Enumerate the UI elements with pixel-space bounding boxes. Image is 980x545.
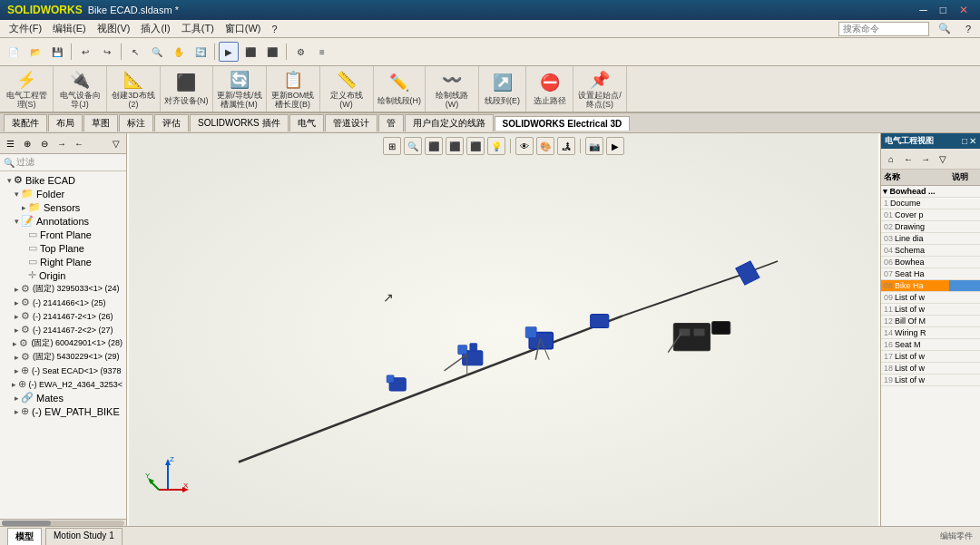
toolbar-options[interactable]: ⚙: [290, 42, 310, 62]
rp-forward[interactable]: →: [917, 151, 934, 167]
tool-electrical-mgmt[interactable]: ⚡ 电气工程管理(S): [0, 66, 54, 112]
rp-back[interactable]: ←: [900, 151, 916, 167]
maximize-button[interactable]: □: [936, 4, 951, 16]
tool-draw-segment[interactable]: ✏️ 绘制线段(H): [374, 66, 426, 112]
tab-sw-plugins[interactable]: SOLIDWORKS 插件: [190, 114, 289, 131]
tree-item-bike-ecad[interactable]: ▾ ⚙ Bike ECAD: [0, 173, 126, 187]
vp-appearance[interactable]: 🎨: [536, 137, 554, 155]
tab-pipe[interactable]: 管: [378, 114, 404, 131]
tree-item-seat[interactable]: ▸ ⊕ (-) Seat ECAD<1> (9378: [0, 364, 126, 377]
toolbar-new[interactable]: 📄: [4, 42, 24, 62]
tab-motion-study[interactable]: Motion Study 1: [45, 528, 122, 545]
tree-item-fixed1[interactable]: ▸ ⚙ (固定) 3295033<1> (24): [0, 282, 126, 296]
rp-row-13[interactable]: 16Seat M: [881, 339, 980, 351]
toolbar-view3[interactable]: ⬛: [262, 42, 282, 62]
menu-insert[interactable]: 插入(I): [135, 22, 175, 35]
tree-item-minus2[interactable]: ▸ ⚙ (-) 2141467-2<1> (26): [0, 309, 126, 323]
rp-row-4[interactable]: 03Line dia: [881, 233, 980, 245]
vp-view3d[interactable]: ⬛: [425, 137, 443, 155]
tree-item-front-plane[interactable]: ▸ ▭ Front Plane: [0, 228, 126, 241]
rp-row-3[interactable]: 02Drawing: [881, 221, 980, 233]
tab-evaluate[interactable]: 评估: [154, 114, 189, 131]
toolbar-redo[interactable]: ↪: [97, 42, 117, 62]
right-panel-expand[interactable]: □: [962, 136, 967, 146]
right-panel-close[interactable]: ✕: [969, 136, 976, 146]
tree-item-fixed3[interactable]: ▸ ⚙ (固定) 5430229<1> (29): [0, 350, 126, 364]
panel-forward-btn[interactable]: →: [54, 135, 70, 151]
panel-collapse-btn[interactable]: ⊖: [36, 135, 53, 151]
panel-zoom-btn[interactable]: ⊕: [19, 135, 35, 151]
vp-zoom-fit[interactable]: ⊞: [383, 137, 401, 155]
tab-assembly[interactable]: 装配件: [4, 114, 47, 131]
toolbar-view2[interactable]: ⬛: [240, 42, 260, 62]
tool-draw-route[interactable]: 〰️ 绘制线路(W): [426, 66, 479, 112]
menu-view[interactable]: 视图(V): [92, 22, 136, 35]
tree-item-minus3[interactable]: ▸ ⚙ (-) 2141467-2<2> (27): [0, 323, 126, 336]
rp-home[interactable]: ⌂: [883, 151, 899, 167]
vp-lights[interactable]: 💡: [487, 137, 505, 155]
tab-layout[interactable]: 布局: [48, 114, 83, 131]
tab-model[interactable]: 模型: [7, 528, 42, 545]
rp-row-11[interactable]: 12Bill Of M: [881, 316, 980, 327]
tab-electrical[interactable]: 电气: [289, 114, 324, 131]
vp-scene[interactable]: 🏞: [557, 137, 575, 155]
tool-stop-route[interactable]: ⛔ 选止路径: [526, 66, 573, 112]
help-icon[interactable]: ?: [960, 24, 976, 34]
viewport[interactable]: ⊞ 🔍 ⬛ ⬛ ⬛ 💡 👁 🎨 🏞 📷 ▶: [127, 133, 880, 526]
tab-custom-route[interactable]: 用户自定义的线路: [405, 114, 494, 131]
rp-row-8[interactable]: 08Bike Ha: [881, 280, 980, 292]
rp-row-12[interactable]: 14Wiring R: [881, 327, 980, 339]
tool-device-wizard[interactable]: 🔌 电气设备向导(J): [54, 66, 107, 112]
panel-filter2-btn[interactable]: ▽: [108, 135, 124, 151]
tool-set-points[interactable]: 📌 设置起始点/终点(S): [573, 66, 627, 112]
toolbar-view1[interactable]: ▶: [219, 42, 239, 62]
tree-item-ew-path[interactable]: ▸ ⊕ (-) EW_PATH_BIKE: [0, 404, 126, 418]
tree-item-folder[interactable]: ▾ 📁 Folder: [0, 187, 126, 200]
tool-define-route[interactable]: 📏 定义布线(W): [320, 66, 374, 112]
vp-camera[interactable]: 📷: [585, 137, 603, 155]
tool-update-wire[interactable]: 🔄 更新/导线/线槽属性(M): [213, 66, 267, 112]
tree-item-sensors[interactable]: ▸ 📁 Sensors: [0, 200, 126, 214]
rp-row-7[interactable]: 07Seat Ha: [881, 268, 980, 280]
menu-tools[interactable]: 工具(T): [176, 22, 220, 35]
tree-item-annotations[interactable]: ▾ 📝 Annotations: [0, 214, 126, 228]
tool-align[interactable]: ⬛ 对齐设备(N): [161, 66, 213, 112]
toolbar-rotate[interactable]: 🔄: [191, 42, 211, 62]
toolbar-save[interactable]: 💾: [47, 42, 67, 62]
tab-sketch[interactable]: 草图: [83, 114, 118, 131]
search-input[interactable]: [838, 22, 929, 36]
panel-back-btn[interactable]: ←: [71, 135, 87, 151]
vp-display[interactable]: ⬛: [466, 137, 485, 155]
rp-row-16[interactable]: 19List of w: [881, 375, 980, 386]
minimize-button[interactable]: ─: [915, 4, 932, 16]
menu-file[interactable]: 文件(F): [4, 22, 47, 35]
toolbar-open[interactable]: 📂: [25, 42, 45, 62]
rp-row-10[interactable]: 11List of w: [881, 304, 980, 316]
search-icon[interactable]: 🔍: [933, 23, 956, 34]
tab-markup[interactable]: 标注: [119, 114, 153, 131]
tool-segment-to[interactable]: ↗️ 线段到(E): [479, 66, 526, 112]
menu-window[interactable]: 窗口(W): [220, 22, 267, 35]
tab-piping[interactable]: 管道设计: [325, 114, 377, 131]
tree-item-right-plane[interactable]: ▸ ▭ Right Plane: [0, 255, 126, 268]
tree-item-origin[interactable]: ▸ ✛ Origin: [0, 268, 126, 282]
tab-sw-electrical-3d[interactable]: SOLIDWORKS Electrical 3D: [495, 116, 631, 131]
tree-item-mates[interactable]: ▸ 🔗 Mates: [0, 391, 126, 404]
toolbar-undo[interactable]: ↩: [75, 42, 95, 62]
close-button[interactable]: ✕: [955, 4, 973, 16]
vp-zoom-in[interactable]: 🔍: [404, 137, 422, 155]
toolbar-pan[interactable]: ✋: [169, 42, 189, 62]
rp-row-folder-0[interactable]: ▾ Bowhead ...: [881, 186, 980, 198]
rp-row-1[interactable]: 1Docume: [881, 198, 980, 209]
tree-item-fixed2[interactable]: ▸ ⚙ (固定) 60042901<1> (28): [0, 336, 126, 350]
rp-row-15[interactable]: 18List of w: [881, 363, 980, 375]
menu-help[interactable]: ?: [267, 24, 283, 34]
tree-item-minus1[interactable]: ▸ ⚙ (-) 2141466<1> (25): [0, 296, 126, 309]
menu-edit[interactable]: 编辑(E): [47, 22, 92, 35]
toolbar-select[interactable]: ↖: [125, 42, 145, 62]
rp-row-9[interactable]: 09List of w: [881, 292, 980, 304]
tree-item-ewa[interactable]: ▸ ⊕ (-) EWA_H2_4364_3253<: [0, 377, 126, 391]
tool-create-3d[interactable]: 📐 创建3D布线(2): [107, 66, 161, 112]
vp-motion[interactable]: ▶: [606, 137, 624, 155]
panel-filter-btn[interactable]: ☰: [2, 135, 18, 151]
